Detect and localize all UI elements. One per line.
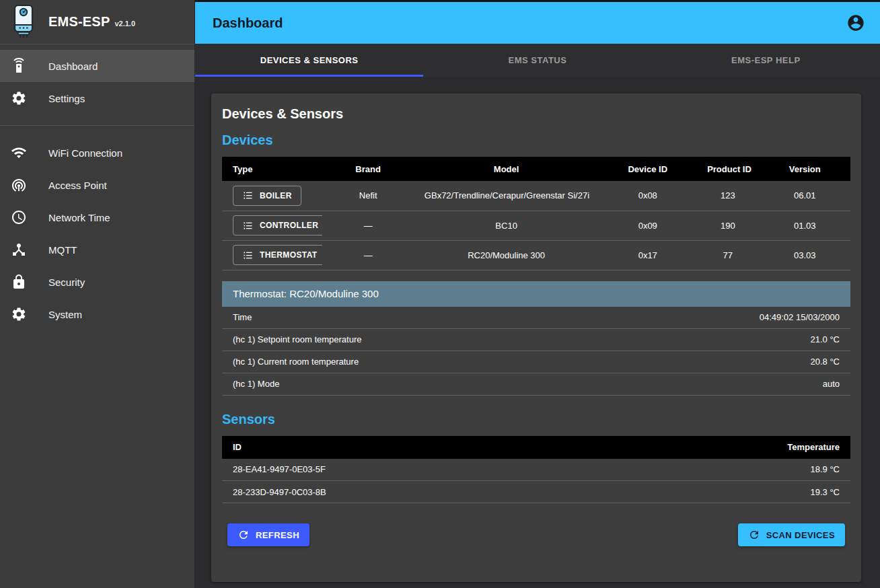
cell-model: BC10 xyxy=(414,211,599,240)
detail-label: Time xyxy=(233,312,252,322)
sidebar-item-dashboard[interactable]: Dashboard xyxy=(0,50,194,82)
sidebar-item-label: WiFi Connection xyxy=(48,147,122,159)
device-row: CONTROLLER — BC10 0x09 190 01.03 xyxy=(222,211,850,240)
tab-ems-status[interactable]: EMS STATUS xyxy=(423,44,651,77)
refresh-icon xyxy=(748,529,760,541)
tab-devices-sensors[interactable]: DEVICES & SENSORS xyxy=(195,44,423,77)
sidebar-item-wifi-connection[interactable]: WiFi Connection xyxy=(0,137,194,169)
detail-value: 21.0 °C xyxy=(810,334,840,344)
cell-sensor-id: 28-233D-9497-0C03-8B xyxy=(222,481,662,503)
clock-icon xyxy=(11,209,27,225)
refresh-button-label: REFRESH xyxy=(256,530,299,540)
device-row: BOILER Nefit GBx72/Trendline/Cerapur/Gre… xyxy=(222,181,850,211)
sidebar-item-settings[interactable]: Settings xyxy=(0,82,194,114)
devices-table: Type Brand Model Device ID Product ID Ve… xyxy=(222,157,850,270)
account-circle-icon[interactable] xyxy=(846,13,865,32)
sidebar-item-label: MQTT xyxy=(48,244,77,256)
cell-version: 01.03 xyxy=(760,211,850,240)
device-type-button-thermostat[interactable]: THERMOSTAT xyxy=(233,245,322,265)
gear-icon xyxy=(11,90,27,106)
cell-device-id: 0x08 xyxy=(599,181,696,211)
cell-brand: — xyxy=(322,240,413,270)
col-id: ID xyxy=(222,436,662,459)
col-version: Version xyxy=(760,157,850,181)
card-title: Devices & Sensors xyxy=(222,106,850,122)
detail-row: (hc 1) Setpoint room temperature 21.0 °C xyxy=(222,329,850,351)
appbar: Dashboard xyxy=(195,2,880,44)
wifi-tethering-icon xyxy=(11,177,27,193)
cell-version: 03.03 xyxy=(760,240,850,270)
detail-value: 20.8 °C xyxy=(810,357,840,367)
content-area: Devices & Sensors Devices Type Brand Mod… xyxy=(195,77,880,588)
col-type: Type xyxy=(222,157,322,181)
list-icon xyxy=(242,190,254,201)
cell-type: THERMOSTAT xyxy=(222,240,322,270)
page-title: Dashboard xyxy=(213,15,283,31)
list-icon xyxy=(242,250,254,261)
tab-ems-esp-help[interactable]: EMS-ESP HELP xyxy=(652,44,880,77)
wifi-icon xyxy=(11,145,27,161)
sidebar-item-label: Access Point xyxy=(48,180,107,191)
cell-model: RC20/Moduline 300 xyxy=(414,240,599,270)
remote-icon xyxy=(11,58,27,74)
sidebar-item-label: Dashboard xyxy=(48,61,98,72)
col-temperature: Temperature xyxy=(662,436,850,459)
cell-product-id: 123 xyxy=(696,181,759,211)
sensors-heading: Sensors xyxy=(222,412,850,427)
device-detail-banner: Thermostat: RC20/Moduline 300 xyxy=(222,281,850,307)
col-brand: Brand xyxy=(322,157,413,181)
detail-value: 04:49:02 15/03/2000 xyxy=(760,312,840,322)
detail-label: (hc 1) Setpoint room temperature xyxy=(233,334,361,344)
sidebar-item-system[interactable]: System xyxy=(0,298,194,330)
cell-model: GBx72/Trendline/Cerapur/Greenstar Si/27i xyxy=(414,181,599,211)
cell-type: CONTROLLER xyxy=(222,211,322,240)
gear-icon xyxy=(11,306,27,322)
device-type-button-boiler[interactable]: BOILER xyxy=(233,186,301,206)
app-version: v2.1.0 xyxy=(114,20,135,28)
devices-heading: Devices xyxy=(222,133,850,148)
list-icon xyxy=(242,220,254,231)
cell-sensor-temperature: 18.9 °C xyxy=(662,459,850,481)
sensors-table: ID Temperature 28-EA41-9497-0E03-5F 18.9… xyxy=(222,436,850,504)
col-product-id: Product ID xyxy=(696,157,759,181)
detail-label: (hc 1) Current room temperature xyxy=(233,357,359,367)
cell-sensor-id: 28-EA41-9497-0E03-5F xyxy=(222,459,662,481)
tab-bar: DEVICES & SENSORS EMS STATUS EMS-ESP HEL… xyxy=(195,44,880,77)
sidebar-item-mqtt[interactable]: MQTT xyxy=(0,233,194,266)
sidebar-item-label: System xyxy=(48,309,82,320)
sidebar: EMS-ESPv2.1.0 Dashboard Settings xyxy=(0,0,195,588)
detail-row: (hc 1) Mode auto xyxy=(222,373,850,396)
refresh-button[interactable]: REFRESH xyxy=(227,523,309,546)
sidebar-header: EMS-ESPv2.1.0 xyxy=(0,0,194,44)
device-type-label: THERMOSTAT xyxy=(260,250,318,260)
cell-sensor-temperature: 19.3 °C xyxy=(662,481,850,503)
devices-table-header-row: Type Brand Model Device ID Product ID Ve… xyxy=(222,157,850,181)
sidebar-item-access-point[interactable]: Access Point xyxy=(0,169,194,201)
detail-value: auto xyxy=(823,379,840,389)
device-type-button-controller[interactable]: CONTROLLER xyxy=(233,215,322,235)
detail-label: (hc 1) Mode xyxy=(233,379,279,389)
sidebar-item-security[interactable]: Security xyxy=(0,266,194,298)
device-type-label: CONTROLLER xyxy=(260,221,318,230)
cell-device-id: 0x17 xyxy=(599,240,696,270)
sidebar-primary-list: Dashboard Settings xyxy=(0,44,194,120)
sensors-table-header-row: ID Temperature xyxy=(222,436,850,459)
app-title: EMS-ESP xyxy=(48,14,110,29)
col-model: Model xyxy=(414,157,599,181)
cell-version: 06.01 xyxy=(760,181,850,211)
sidebar-item-label: Security xyxy=(48,277,85,288)
scan-devices-button-label: SCAN DEVICES xyxy=(766,530,835,540)
lock-icon xyxy=(11,274,27,290)
devices-sensors-card: Devices & Sensors Devices Type Brand Mod… xyxy=(211,94,861,582)
cell-brand: Nefit xyxy=(322,181,413,211)
main-column: Dashboard DEVICES & SENSORS EMS STATUS E… xyxy=(195,0,880,588)
sidebar-item-label: Network Time xyxy=(48,212,110,223)
sidebar-divider xyxy=(0,125,194,126)
detail-row: (hc 1) Current room temperature 20.8 °C xyxy=(222,351,850,373)
sidebar-item-label: Settings xyxy=(48,93,85,104)
cell-brand: — xyxy=(322,211,413,240)
scan-devices-button[interactable]: SCAN DEVICES xyxy=(738,523,845,546)
sidebar-item-network-time[interactable]: Network Time xyxy=(0,201,194,233)
cell-device-id: 0x09 xyxy=(599,211,696,240)
device-type-label: BOILER xyxy=(260,191,292,200)
